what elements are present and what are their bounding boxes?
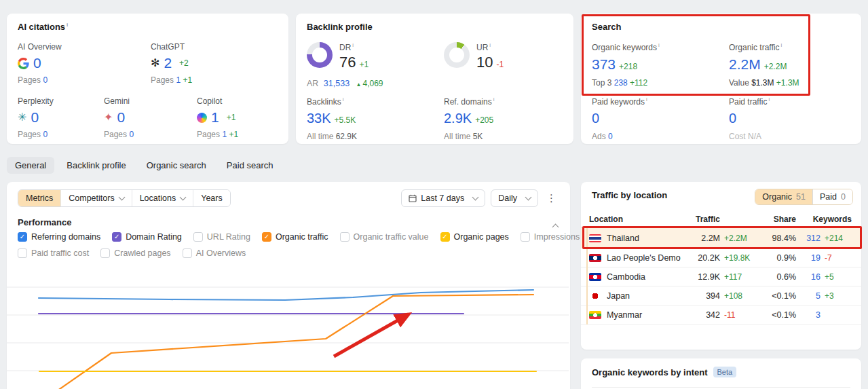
top3-change: +112 <box>630 78 647 88</box>
top3-label: Top 3 <box>592 78 611 88</box>
pages-value[interactable]: 0 <box>43 130 48 139</box>
red-arrow-annotation <box>334 314 409 356</box>
traffic-value: 342 <box>685 310 720 320</box>
pages-value[interactable]: 0 <box>129 130 134 139</box>
perplexity-value[interactable]: 0 <box>31 109 39 126</box>
backlinks-value[interactable]: 33K <box>307 111 331 126</box>
chevron-down-icon <box>118 194 125 201</box>
location-row-lao-people-s-democratic-reput[interactable]: Lao People's Democratic Reput20.2K+19.8K… <box>581 248 861 267</box>
pages-value[interactable]: 1 <box>176 75 181 85</box>
more-options-icon[interactable]: ⋮ <box>544 192 559 204</box>
dr-label: DRi <box>339 42 369 52</box>
toggle-organic[interactable]: Organic51 <box>755 189 812 204</box>
backlinks-block: Backlinksi 33K+5.5K All time 62.9K <box>307 96 357 141</box>
metric-checkbox-impressions[interactable]: Impressions <box>521 232 580 242</box>
years-button[interactable]: Years <box>193 190 230 206</box>
info-icon[interactable]: i <box>493 96 495 103</box>
metric-checkbox-organic-traffic[interactable]: ✓Organic traffic <box>262 232 328 242</box>
collapse-section-button[interactable] <box>548 220 558 232</box>
ref-domains-change: +205 <box>475 115 493 125</box>
performance-panel: Metrics Competitors Locations Years Last… <box>7 182 570 389</box>
metric-checkbox-referring-domains[interactable]: ✓Referring domains <box>18 232 100 242</box>
metric-checkbox-url-rating[interactable]: URL Rating <box>193 232 250 242</box>
metric-checkbox-crawled-pages[interactable]: Crawled pages <box>100 248 170 258</box>
info-icon[interactable]: i <box>489 42 491 48</box>
jp-flag-icon <box>589 292 601 300</box>
ai-item-copilot: Copilot 1 +1 Pages 1 +1 <box>197 96 238 139</box>
keywords-value[interactable]: 16 <box>800 272 820 282</box>
granularity-dropdown[interactable]: Daily <box>491 189 538 207</box>
checkbox-icon <box>18 248 27 258</box>
pages-value[interactable]: 0 <box>43 75 48 85</box>
tab-general[interactable]: General <box>7 157 54 174</box>
traffic-by-location-card: Traffic by location Organic51 Paid0 Loca… <box>581 182 861 350</box>
paid-traffic-label: Paid traffici <box>729 96 770 107</box>
info-icon[interactable]: i <box>352 42 354 48</box>
metric-label: URL Rating <box>207 232 250 242</box>
ai-item-ai-overview: AI Overview 0 Pages 0 <box>18 42 62 85</box>
date-range-dropdown[interactable]: Last 7 days <box>401 189 485 207</box>
gemini-value[interactable]: 0 <box>117 109 125 126</box>
keywords-value[interactable]: 312 <box>800 234 820 243</box>
chevron-down-icon <box>525 194 532 201</box>
keywords-value[interactable]: 5 <box>800 291 820 301</box>
location-row-japan[interactable]: Japan394+108<0.1%5+3 <box>581 286 861 305</box>
info-icon[interactable]: i <box>658 42 660 48</box>
organic-keywords-value[interactable]: 373 <box>592 56 616 73</box>
ads-value[interactable]: 0 <box>608 132 613 141</box>
value-change: +1.3M <box>776 78 799 88</box>
location-row-cambodia[interactable]: Cambodia12.9K+1170.6%16+5 <box>581 267 861 286</box>
backlink-profile-title: Backlink profile <box>307 22 373 32</box>
tab-organic-search[interactable]: Organic search <box>138 157 214 174</box>
checkbox-icon: ✓ <box>112 232 121 242</box>
pages-label: Pages <box>18 75 41 85</box>
info-icon[interactable]: i <box>67 22 68 28</box>
info-icon[interactable]: i <box>343 96 344 103</box>
locations-table-header: Location Traffic Share Keywords <box>581 212 861 227</box>
info-icon[interactable]: i <box>780 42 782 48</box>
metric-checkbox-paid-traffic-cost[interactable]: Paid traffic cost <box>18 248 89 258</box>
ai-item-gemini: Gemini ✦ 0 Pages 0 <box>104 96 134 139</box>
tab-backlink-profile[interactable]: Backlink profile <box>58 157 134 174</box>
ar-row: AR 31,533 ▲4,069 <box>307 79 383 88</box>
paid-keywords-value[interactable]: 0 <box>592 111 599 126</box>
keywords-value[interactable]: 3 <box>800 310 820 320</box>
ai-item-perplexity: Perplexity ✳ 0 Pages 0 <box>18 96 54 139</box>
metric-checkbox-ai-overviews[interactable]: AI Overviews <box>183 248 246 258</box>
ai-overview-value[interactable]: 0 <box>33 55 41 71</box>
organic-paid-toggle: Organic51 Paid0 <box>755 189 853 205</box>
top3-value[interactable]: 238 <box>614 78 628 88</box>
pages-value[interactable]: 1 <box>222 130 227 139</box>
paid-traffic-value[interactable]: 0 <box>729 111 736 126</box>
metrics-button[interactable]: Metrics <box>18 190 60 206</box>
traffic-value: 12.9K <box>685 272 720 282</box>
location-row-myanmar[interactable]: Myanmar342-11<0.1%3 <box>581 305 861 325</box>
dr-block: DRi 76+1 <box>307 42 369 71</box>
tab-paid-search[interactable]: Paid search <box>219 157 282 174</box>
metric-checkbox-organic-pages[interactable]: ✓Organic pages <box>440 232 509 242</box>
performance-section-title: Performance <box>18 217 71 227</box>
location-name: Myanmar <box>589 310 681 320</box>
metric-checkbox-organic-traffic-value[interactable]: Organic traffic value <box>340 232 429 242</box>
ur-donut-chart <box>444 42 470 68</box>
copilot-value[interactable]: 1 <box>211 109 219 126</box>
location-row-thailand[interactable]: Thailand2.2M+2.2M98.4%312+214 <box>581 227 861 248</box>
locations-dropdown[interactable]: Locations <box>132 190 193 206</box>
info-icon[interactable]: i <box>646 96 647 103</box>
chart-annotation-arrow <box>334 314 409 356</box>
chevron-down-icon <box>180 194 187 201</box>
ar-value[interactable]: 31,533 <box>324 79 350 88</box>
ai-item-label: Gemini <box>104 96 134 106</box>
paid-keywords-label: Paid keywordsi <box>592 96 647 107</box>
keywords-value[interactable]: 19 <box>800 253 820 263</box>
kh-flag-icon <box>589 273 601 281</box>
up-triangle-icon: ▲ <box>356 81 362 88</box>
metric-checkbox-domain-rating[interactable]: ✓Domain Rating <box>112 232 182 242</box>
toggle-paid[interactable]: Paid0 <box>812 189 852 204</box>
organic-traffic-value[interactable]: 2.2M <box>729 56 761 73</box>
chatgpt-value[interactable]: 2 <box>164 55 172 71</box>
competitors-dropdown[interactable]: Competitors <box>60 190 131 206</box>
info-icon[interactable]: i <box>768 96 770 103</box>
chart-date-controls: Last 7 days Daily ⋮ <box>401 189 559 207</box>
ref-domains-value[interactable]: 2.9K <box>444 111 472 126</box>
